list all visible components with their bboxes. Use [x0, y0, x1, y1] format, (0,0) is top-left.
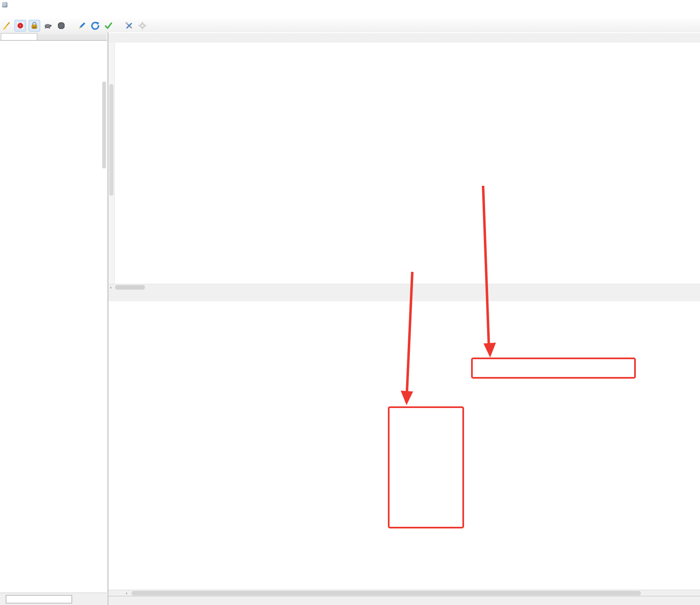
sidebar	[0, 32, 108, 605]
settings-icon[interactable]	[137, 20, 148, 31]
highlight-box-partial-json	[388, 406, 464, 528]
response-horizontal-scrollbar[interactable]: ‹	[108, 590, 700, 596]
broom-icon[interactable]	[1, 20, 12, 31]
request-contents-pane	[108, 43, 700, 284]
compose-icon[interactable]	[77, 20, 87, 31]
scroll-left-icon[interactable]: ‹	[126, 591, 127, 595]
charles-app-icon	[2, 2, 7, 7]
title-bar	[0, 0, 700, 9]
request-horizontal-scrollbar[interactable]: ‹	[108, 284, 700, 291]
highlight-box-websearch-toolcall	[471, 358, 636, 379]
sidebar-tab-structure[interactable]	[1, 33, 37, 41]
throttle-lock-icon[interactable]	[29, 20, 40, 31]
request-tree	[0, 40, 107, 593]
main-tab-bar	[108, 33, 700, 43]
response-view-tab-bar	[108, 290, 700, 302]
filter-bar	[0, 593, 107, 605]
sidebar-tab-sequence[interactable]	[37, 34, 106, 40]
validate-icon[interactable]	[103, 20, 114, 31]
turtle-icon[interactable]	[43, 20, 53, 31]
record-icon[interactable]	[14, 20, 26, 31]
repeat-icon[interactable]	[90, 20, 101, 31]
sidebar-scrollbar[interactable]	[102, 40, 107, 593]
request-hscroll-thumb[interactable]	[115, 285, 145, 290]
sidebar-structure-tabs	[0, 33, 107, 40]
response-hscroll-thumb[interactable]	[132, 591, 641, 595]
request-scrollbar-thumb[interactable]	[109, 84, 113, 196]
response-bottom-tab-bar	[108, 596, 700, 605]
tools-icon[interactable]	[124, 20, 135, 31]
menu-bar	[0, 9, 700, 19]
request-json-body	[114, 43, 700, 284]
filter-input[interactable]	[6, 595, 72, 603]
scroll-left-icon[interactable]: ‹	[110, 285, 112, 290]
toolbar	[0, 19, 700, 33]
sidebar-scrollbar-thumb[interactable]	[102, 82, 106, 168]
stop-icon[interactable]	[56, 20, 67, 31]
request-vertical-scrollbar[interactable]	[108, 43, 115, 284]
